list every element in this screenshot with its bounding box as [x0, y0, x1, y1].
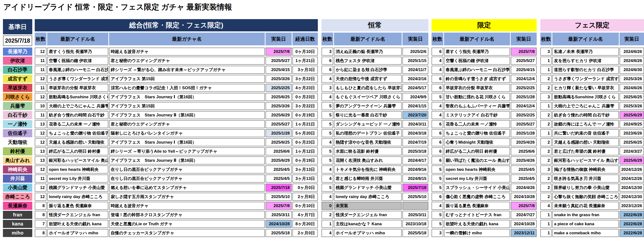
cell-count: 4	[322, 138, 333, 146]
cell-count: 1	[540, 211, 552, 219]
cell-idol: 絆広がる二人の明日 鈴村優	[47, 147, 108, 155]
cell-date: 2025/7/8	[511, 48, 537, 56]
cell-date: 2025/6/25	[620, 93, 644, 101]
idol-label: 早坂芽衣	[3, 84, 32, 92]
cell-idol: 聖夜のもふもふパーティー 兵藤雫	[444, 102, 510, 110]
cell-gacha: アイプラフェス Stars Journey Ⅰ（第16回）	[109, 138, 265, 146]
cell-count: 6	[432, 156, 443, 164]
cell-elapsed: 1ヶ月21日	[292, 120, 318, 128]
column-header-date: 実装日	[402, 33, 428, 45]
cell-idol: 私達ノ未来 長瀬琴乃	[552, 48, 619, 56]
cell-date: 2023/12/26	[620, 202, 644, 210]
cell-date: 2023/6/26	[620, 129, 644, 137]
cell-gacha: 天使と悪魔のLie or Truth ガチャ	[109, 220, 265, 228]
cell-elapsed: 0ヶ月23日	[292, 138, 318, 146]
cell-date: 2025/1/28	[266, 129, 292, 137]
base-date-value: 2025/7/18	[3, 35, 32, 46]
cell-elapsed: 5ヶ月20日	[292, 129, 318, 137]
section-permanent: 恒常 枚数最新アイドル名実装日 3消えぬ正義の焔 長瀬琴乃2025/2/66桃色…	[322, 19, 428, 237]
section-limited: 限定 枚数最新アイドル名実装日 6星すくう指先 長瀬琴乃2025/7/84空響く…	[432, 19, 537, 237]
column-header-idol: 最新アイドル名	[444, 33, 510, 45]
column-header-count: 枚数	[540, 33, 552, 45]
section-total: 総合(恒常・限定・フェス限定) 枚数最新アイドル名最新ガチャ名実装日経過日数 1…	[35, 19, 318, 237]
cell-date: 2025/6/6	[266, 147, 292, 155]
cell-count: 6	[432, 48, 443, 56]
cell-date: 2022/6/28	[620, 211, 644, 219]
cell-count: 6	[432, 75, 443, 83]
cell-gacha: 登場！悪の幹部ネクロスタンプガチャ	[109, 211, 265, 219]
cell-idol: ちょこっと愛の贈り物 佐伯遙子	[444, 129, 510, 137]
cell-gacha: 君と秘密のウエディングガチャ	[109, 120, 265, 128]
cell-idol: 星すくう指先 長瀬琴乃	[47, 48, 108, 56]
cell-idol: a piece of cake kana	[552, 220, 619, 228]
cell-idol: 欲望叶える天使の戯れ kana	[444, 220, 510, 228]
cell-count: 6	[322, 66, 333, 74]
cell-idol: 銀河彩るハッピースマイル 奥山すみれ	[552, 156, 619, 164]
cell-date: 2025/6/29	[266, 111, 292, 119]
cell-idol: 怪演ダークエンジェル fran	[334, 211, 402, 219]
cell-count: 5	[322, 156, 333, 164]
cell-idol: 大樹の上でごろにゃんこ 兵藤雫	[47, 102, 108, 110]
cell-date: 2024/6/26	[620, 84, 644, 92]
cell-count: 5	[432, 165, 443, 174]
cell-idol: 願い羽ばたく魔法のエール 奥山すみれ	[444, 156, 510, 164]
cell-gacha: 絆シリーズ ～寄り添うAile to Yell～ピックアップガチャ	[109, 147, 265, 155]
cell-idol: ダンシングキューピッド 一ノ瀬怜	[334, 120, 402, 128]
cell-count: 12	[35, 129, 46, 137]
cell-date: 2025/5/27	[266, 120, 292, 128]
cell-date: 2024/6/26	[620, 48, 644, 56]
cell-date: 2022/6/28	[620, 229, 644, 237]
cell-count: 3	[540, 48, 552, 56]
cell-date: 2024/6/26	[620, 57, 644, 65]
cell-count: 6	[432, 84, 443, 92]
idol-label: 成宮すず	[3, 75, 32, 83]
cell-idol: 心撃ち抜く無敵の笑顔 赤崎こころ	[552, 193, 619, 201]
cell-idol: 甘い鼓動に揺れる花 川咲さくら	[444, 93, 510, 101]
cell-elapsed: 3ヶ月22日	[292, 75, 318, 83]
cell-date: 2025/4/5	[266, 175, 292, 183]
cell-date: 2025/4/15	[266, 66, 292, 74]
cell-idol: 掲げる情熱の御旗 神崎莉央	[552, 165, 619, 174]
column-header-gacha: 最新ガチャ名	[109, 33, 265, 45]
idol-label: 白石千紗	[3, 111, 32, 119]
cell-date: 2025/3/26	[266, 75, 292, 83]
cell-idol: 鼓動高鳴るSunshine 川咲さくら	[47, 93, 108, 101]
cell-count: 5	[432, 184, 443, 192]
cell-count: 4	[432, 202, 443, 210]
cell-idol: 天使の怠惰な午後 成宮すず	[334, 75, 402, 83]
cell-idol: 春風運ぶ絆のハーモニー 白石沙季	[47, 66, 108, 74]
cell-idol: secret my Lily 井川葵	[47, 175, 108, 183]
section-total-rows: 12星すくう指先 長瀬琴乃時超える波音ガチャ2025/7/80ヶ月10日11空響…	[35, 48, 318, 237]
cell-date: 2025/2/6	[402, 48, 428, 56]
cell-count: 4	[322, 175, 333, 183]
section-total-banner: 総合(恒常・限定・フェス限定)	[35, 19, 318, 31]
cell-count: 4	[322, 75, 333, 83]
cell-date: 2024/3/11	[402, 120, 428, 128]
cell-gacha: 時超える波音ガチャ	[109, 48, 265, 56]
section-fes-limited: フェス限定 枚数最新アイドル名実装日 3私達ノ未来 長瀬琴乃2024/6/261…	[540, 19, 644, 237]
cell-date: 2024/1/15	[402, 102, 428, 110]
column-header-idol: 最新アイドル名	[334, 33, 402, 45]
cell-count: 8	[35, 202, 46, 210]
cell-gacha: 自慢のチェッカースタンプガチャ	[109, 229, 265, 237]
cell-count: 1	[540, 220, 552, 228]
cell-date: 2024/10/28	[266, 220, 292, 228]
cell-count: 2	[540, 111, 552, 119]
cell-gacha: 在りし日の黒百合ピックアップガチャ	[109, 175, 265, 183]
cell-idol: 早坂芽衣の分裂 早坂芽衣	[47, 84, 108, 92]
cell-idol: 咲き誇る気高き刃 井川葵	[552, 175, 619, 183]
cell-idol: 傷心欺く悪魔の虚勢 赤崎こころ	[444, 193, 510, 201]
idol-label: miho	[3, 229, 32, 237]
cell-date: 2024/9/25	[620, 120, 644, 128]
cell-count: 2	[540, 120, 552, 128]
cell-idol: ホイールオブマッハ miho	[334, 229, 402, 237]
section-total-header-row: 枚数最新アイドル名最新ガチャ名実装日経過日数	[35, 33, 318, 45]
cell-date: 2023/10/18	[402, 220, 428, 228]
cell-idol: 天越える感謝の想い 天動瑠依	[552, 138, 619, 146]
cell-count: 4	[432, 66, 443, 74]
cell-idol: 一瞬の雪解け miho	[444, 229, 510, 237]
cell-date: 2023/12/11	[511, 229, 537, 237]
page-title: アイドリープライド 恒常・限定・フェス限定 ガチャ 最新実装情報	[4, 2, 232, 12]
cell-idol: むすっとナイトビーナス fran	[444, 211, 510, 219]
cell-count: 11	[35, 66, 46, 74]
